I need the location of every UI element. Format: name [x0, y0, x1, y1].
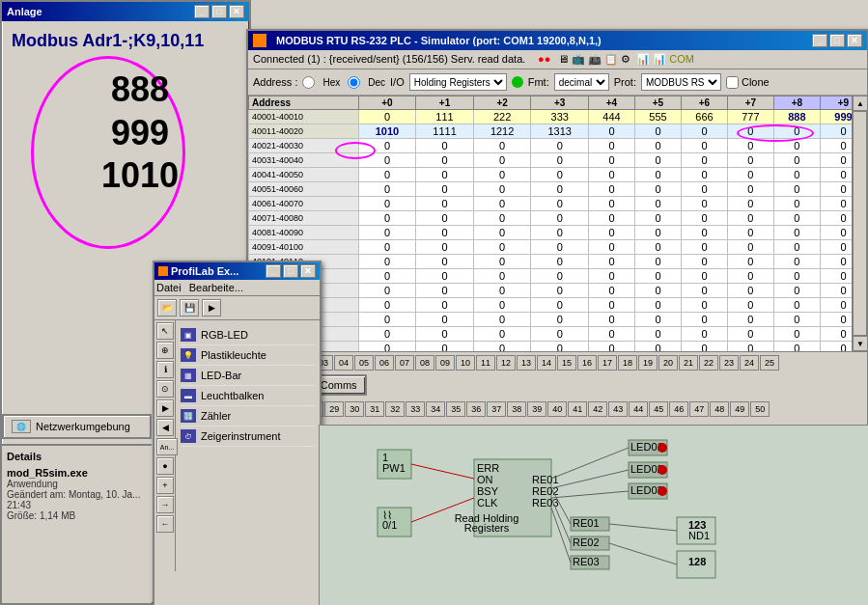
- bottom-addr-cell[interactable]: 34: [426, 401, 445, 417]
- table-cell[interactable]: 0: [773, 211, 820, 226]
- table-cell[interactable]: 0: [634, 240, 681, 255]
- table-cell[interactable]: 0: [416, 327, 474, 342]
- bottom-addr-cell[interactable]: 32: [385, 401, 405, 417]
- table-cell[interactable]: 0: [473, 197, 531, 211]
- table-cell[interactable]: 0: [681, 197, 727, 211]
- table-cell[interactable]: 0: [531, 226, 589, 240]
- table-cell[interactable]: 0: [416, 197, 474, 211]
- table-cell[interactable]: 0: [416, 298, 474, 313]
- table-cell[interactable]: 0: [358, 284, 416, 298]
- bottom-addr-cell[interactable]: 25: [760, 355, 779, 371]
- menu-datei[interactable]: Datei: [156, 282, 182, 293]
- table-cell[interactable]: 0: [588, 124, 634, 139]
- table-cell[interactable]: 0: [773, 269, 820, 284]
- table-cell[interactable]: 0: [531, 153, 589, 168]
- item-rgb-led[interactable]: ▣ RGB-LED: [181, 325, 315, 345]
- table-cell[interactable]: 0: [358, 110, 416, 124]
- modbus-maximize[interactable]: □: [829, 34, 845, 47]
- table-cell[interactable]: 0: [681, 342, 727, 352]
- table-cell[interactable]: 0: [727, 284, 773, 298]
- bottom-addr-cell[interactable]: 24: [740, 355, 759, 371]
- side-tool-back[interactable]: ◀: [156, 419, 174, 436]
- table-cell[interactable]: 0: [473, 298, 531, 313]
- table-cell[interactable]: 0: [681, 139, 727, 153]
- table-cell[interactable]: 666: [681, 110, 727, 124]
- table-cell[interactable]: 0: [588, 182, 634, 197]
- table-cell[interactable]: 0: [727, 255, 773, 269]
- bottom-addr-cell[interactable]: 14: [537, 355, 556, 371]
- scroll-up-arrow[interactable]: ▲: [853, 96, 867, 111]
- table-cell[interactable]: 0: [681, 255, 727, 269]
- table-cell[interactable]: 0: [358, 327, 416, 342]
- table-cell[interactable]: 0: [773, 327, 820, 342]
- table-cell[interactable]: 0: [588, 313, 634, 327]
- table-cell[interactable]: 0: [681, 124, 727, 139]
- table-cell[interactable]: 0: [727, 182, 773, 197]
- table-cell[interactable]: 0: [531, 182, 589, 197]
- table-cell[interactable]: 0: [727, 269, 773, 284]
- table-cell[interactable]: 0: [727, 197, 773, 211]
- table-cell[interactable]: 0: [473, 226, 531, 240]
- table-cell[interactable]: 0: [473, 255, 531, 269]
- dec-radio[interactable]: [348, 76, 360, 89]
- bottom-addr-cell[interactable]: 15: [557, 355, 576, 371]
- table-cell[interactable]: 0: [681, 284, 727, 298]
- bottom-addr-cell[interactable]: 23: [719, 355, 739, 371]
- table-cell[interactable]: 0: [773, 139, 820, 153]
- tool-run[interactable]: ▶: [202, 299, 221, 316]
- table-cell[interactable]: 0: [727, 298, 773, 313]
- table-cell[interactable]: 0: [531, 197, 589, 211]
- table-cell[interactable]: 333: [531, 110, 589, 124]
- table-cell[interactable]: 0: [416, 313, 474, 327]
- bottom-addr-cell[interactable]: 38: [507, 401, 526, 417]
- table-cell[interactable]: 0: [473, 240, 531, 255]
- table-cell[interactable]: 0: [358, 342, 416, 352]
- table-cell[interactable]: 0: [473, 139, 531, 153]
- item-zahler[interactable]: 🔢 Zähler: [181, 406, 315, 426]
- table-cell[interactable]: 0: [681, 153, 727, 168]
- table-cell[interactable]: 777: [727, 110, 773, 124]
- bottom-addr-cell[interactable]: 08: [415, 355, 434, 371]
- bottom-addr-cell[interactable]: 39: [527, 401, 546, 417]
- table-cell[interactable]: 0: [634, 197, 681, 211]
- table-cell[interactable]: 0: [773, 342, 820, 352]
- table-cell[interactable]: 0: [727, 342, 773, 352]
- table-cell[interactable]: 0: [588, 327, 634, 342]
- bottom-addr-cell[interactable]: 21: [679, 355, 698, 371]
- table-cell[interactable]: 0: [416, 226, 474, 240]
- network-button[interactable]: 🌐 Netzwerkumgebung: [2, 414, 152, 439]
- bottom-addr-cell[interactable]: 31: [365, 401, 384, 417]
- table-cell[interactable]: 0: [773, 197, 820, 211]
- table-cell[interactable]: 0: [634, 168, 681, 182]
- register-select[interactable]: Holding Registers: [409, 73, 507, 91]
- table-cell[interactable]: 0: [727, 226, 773, 240]
- table-cell[interactable]: 0: [681, 269, 727, 284]
- item-zeiger[interactable]: ⏱ Zeigerinstrument: [181, 426, 315, 447]
- table-cell[interactable]: 0: [773, 313, 820, 327]
- table-cell[interactable]: 0: [588, 168, 634, 182]
- table-cell[interactable]: 0: [634, 284, 681, 298]
- table-cell[interactable]: 0: [634, 153, 681, 168]
- fmt-select[interactable]: decimal: [554, 73, 609, 91]
- bottom-addr-cell[interactable]: 05: [354, 355, 374, 371]
- bottom-addr-cell[interactable]: 11: [476, 355, 495, 371]
- table-cell[interactable]: 0: [634, 211, 681, 226]
- bottom-addr-cell[interactable]: 17: [598, 355, 617, 371]
- table-cell[interactable]: 0: [416, 153, 474, 168]
- item-led-bar[interactable]: ▦ LED-Bar: [181, 366, 315, 386]
- bottom-addr-cell[interactable]: 33: [406, 401, 425, 417]
- table-cell[interactable]: 1111: [416, 124, 474, 139]
- table-cell[interactable]: 0: [773, 153, 820, 168]
- side-tool-play[interactable]: ▶: [156, 399, 174, 417]
- bottom-addr-cell[interactable]: 45: [649, 401, 668, 417]
- table-cell[interactable]: 0: [473, 182, 531, 197]
- table-cell[interactable]: 0: [681, 226, 727, 240]
- table-cell[interactable]: 0: [531, 255, 589, 269]
- bottom-addr-cell[interactable]: 30: [345, 401, 364, 417]
- bottom-addr-cell[interactable]: 49: [730, 401, 749, 417]
- table-cell[interactable]: 222: [473, 110, 531, 124]
- table-cell[interactable]: 0: [473, 153, 531, 168]
- bottom-addr-cell[interactable]: 41: [568, 401, 587, 417]
- bottom-addr-cell[interactable]: 43: [608, 401, 628, 417]
- table-cell[interactable]: 0: [358, 298, 416, 313]
